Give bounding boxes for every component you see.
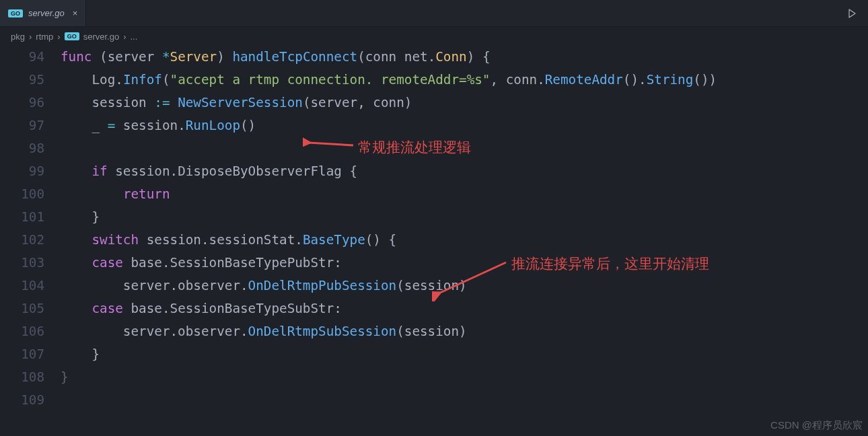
close-icon[interactable]: ×	[70, 8, 78, 18]
line-number: 109	[0, 389, 44, 412]
run-button[interactable]	[836, 0, 868, 26]
watermark: CSDN @程序员欣宸	[770, 419, 863, 432]
breadcrumb[interactable]: pkg › rtmp › GO server.go › ...	[0, 27, 868, 46]
crumb-ellipsis[interactable]: ...	[130, 32, 137, 42]
code-line[interactable]: server.observer.OnDelRtmpSubSession(sess…	[61, 320, 717, 343]
line-number: 106	[0, 320, 44, 343]
code-line[interactable]: server.observer.OnDelRtmpPubSession(sess…	[61, 275, 717, 297]
code-line[interactable]: case base.SessionBaseTypeSubStr:	[61, 297, 717, 320]
code-line[interactable]: return	[61, 183, 717, 206]
code-editor[interactable]: 9495969798991001011021031041051061071081…	[0, 46, 868, 412]
code-line[interactable]: case base.SessionBaseTypePubStr:	[61, 252, 717, 275]
code-line[interactable]	[61, 137, 717, 160]
code-line[interactable]: session := NewServerSession(server, conn…	[61, 92, 717, 114]
tab-spacer	[86, 0, 836, 26]
code-line[interactable]	[61, 389, 717, 412]
code-line[interactable]: func (server *Server) handleTcpConnect(c…	[61, 46, 717, 69]
file-tab[interactable]: GO server.go ×	[0, 0, 86, 26]
chevron-right-icon: ›	[29, 32, 32, 42]
line-number: 98	[0, 137, 44, 160]
line-number: 97	[0, 114, 44, 137]
code-content[interactable]: func (server *Server) handleTcpConnect(c…	[61, 46, 717, 412]
crumb-rtmp[interactable]: rtmp	[36, 32, 53, 42]
chevron-right-icon: ›	[57, 32, 60, 42]
code-line[interactable]: switch session.sessionStat.BaseType() {	[61, 229, 717, 252]
line-number: 104	[0, 275, 44, 297]
chevron-right-icon: ›	[123, 32, 126, 42]
code-line[interactable]: }	[61, 206, 717, 229]
line-number: 95	[0, 69, 44, 92]
tab-filename: server.go	[28, 8, 65, 18]
line-number-gutter: 9495969798991001011021031041051061071081…	[0, 46, 61, 412]
code-line[interactable]: Log.Infof("accept a rtmp connection. rem…	[61, 69, 717, 92]
tab-bar: GO server.go ×	[0, 0, 868, 27]
go-icon: GO	[65, 32, 79, 40]
line-number: 101	[0, 206, 44, 229]
line-number: 99	[0, 160, 44, 183]
line-number: 102	[0, 229, 44, 252]
code-line[interactable]: }	[61, 366, 717, 389]
line-number: 94	[0, 46, 44, 69]
crumb-file[interactable]: server.go	[83, 32, 119, 42]
line-number: 107	[0, 343, 44, 366]
line-number: 105	[0, 297, 44, 320]
play-icon	[846, 8, 857, 19]
line-number: 100	[0, 183, 44, 206]
line-number: 96	[0, 92, 44, 114]
code-line[interactable]: if session.DisposeByObserverFlag {	[61, 160, 717, 183]
go-icon: GO	[8, 9, 23, 17]
code-line[interactable]: _ = session.RunLoop()	[61, 114, 717, 137]
code-line[interactable]: }	[61, 343, 717, 366]
line-number: 108	[0, 366, 44, 389]
line-number: 103	[0, 252, 44, 275]
crumb-pkg[interactable]: pkg	[11, 32, 25, 42]
